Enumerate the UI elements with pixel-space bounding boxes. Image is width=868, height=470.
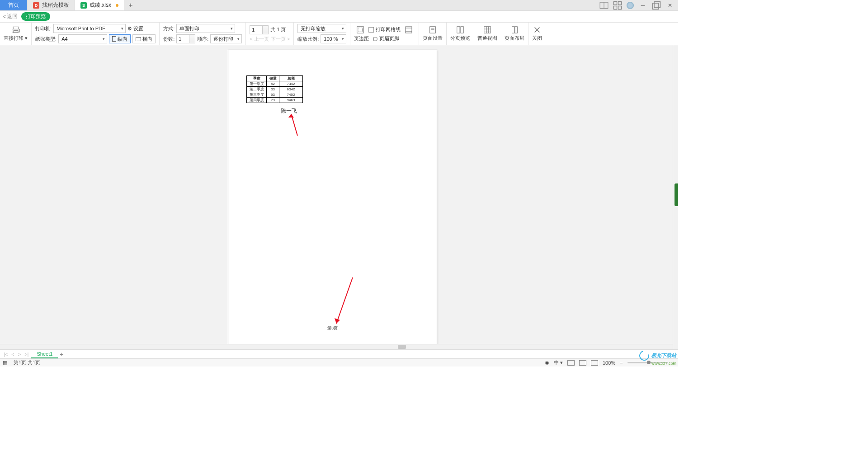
svg-rect-22 [461, 27, 463, 33]
svg-rect-8 [13, 27, 19, 29]
settings-button[interactable]: ⚙ 设置 [127, 25, 143, 32]
header-footer-label[interactable]: ▢ 页眉页脚 [373, 35, 399, 42]
header-footer-icon-button[interactable] [402, 26, 415, 34]
page-status-label: 第1页 共1页 [14, 359, 40, 366]
sheet-last-button[interactable]: >| [24, 352, 29, 357]
reading-layout-icon[interactable] [599, 1, 609, 9]
preview-title-badge: 打印预览 [21, 12, 50, 21]
svg-rect-7 [654, 1, 660, 7]
annotation-arrow-1 [285, 108, 303, 141]
tab-add-button[interactable]: + [124, 0, 137, 10]
gridlines-label: 打印网格线 [376, 26, 401, 33]
svg-marker-33 [288, 114, 294, 118]
titlebar-controls: ─ ✕ [599, 0, 678, 10]
horizontal-scrollbar[interactable] [0, 344, 673, 349]
tab-template[interactable]: D 找稻壳模板 [28, 0, 75, 10]
watermark-logo-icon [637, 349, 651, 362]
eye-icon[interactable]: ◉ [545, 360, 549, 366]
annotation-arrow-2 [330, 276, 357, 331]
svg-rect-2 [613, 1, 617, 5]
svg-rect-11 [113, 37, 116, 42]
daoke-icon: D [33, 2, 39, 9]
view-pagebreak-icon[interactable] [579, 360, 586, 366]
gridlines-checkbox[interactable] [368, 27, 374, 33]
paper-select[interactable]: A4 [58, 34, 107, 43]
svg-rect-4 [613, 6, 617, 9]
svg-rect-23 [484, 27, 491, 33]
view-normal-icon[interactable] [567, 360, 575, 366]
zoom-out-button[interactable]: − [620, 360, 623, 366]
page-layout-button[interactable]: 页面布局 [501, 23, 528, 45]
svg-rect-21 [457, 27, 460, 33]
close-preview-button[interactable]: 关闭 [528, 23, 546, 45]
page-input[interactable]: 1 [250, 25, 269, 34]
zoom-value-label: 100% [603, 360, 615, 366]
zoom-select[interactable]: 100 % [321, 34, 346, 43]
svg-rect-6 [653, 3, 659, 9]
svg-rect-28 [512, 27, 514, 33]
landscape-button[interactable]: 横向 [132, 34, 156, 43]
print-toolbar: 直接打印 ▾ 打印机: Microsoft Print to PDF ⚙ 设置 … [0, 23, 678, 45]
preview-canvas: 季度销量总额 第一季度527342 第二季度336342 第三季度537452 … [0, 45, 673, 349]
add-sheet-button[interactable]: + [60, 351, 63, 358]
sheet-prev-button[interactable]: < [10, 352, 15, 357]
printer-group: 打印机: Microsoft Print to PDF ⚙ 设置 纸张类型: A… [32, 23, 160, 45]
page-nav-group: 1 共 1 页 < 上一页 下一页 > [246, 23, 294, 45]
svg-rect-10 [14, 31, 18, 33]
grid-icon[interactable] [613, 1, 622, 9]
margins-label: 页边距 [354, 35, 371, 42]
sheet-next-button[interactable]: > [17, 352, 22, 357]
print-mode-select[interactable]: 单面打印 [176, 24, 235, 33]
svg-rect-29 [515, 27, 517, 33]
user-avatar-icon[interactable] [627, 2, 634, 9]
preview-header: < 返回 打印预览 [0, 11, 678, 23]
unsaved-dot-icon [116, 4, 118, 7]
svg-marker-35 [335, 318, 340, 324]
total-pages-label: 共 1 页 [270, 26, 286, 33]
tab-home[interactable]: 首页 [0, 0, 28, 10]
back-button[interactable]: < 返回 [3, 13, 18, 20]
page-break-preview-button[interactable]: 分页预览 [447, 23, 474, 45]
svg-line-34 [336, 277, 353, 324]
margins-button[interactable] [354, 26, 367, 34]
minimize-button[interactable]: ─ [638, 1, 647, 9]
svg-rect-5 [618, 6, 621, 9]
spreadsheet-icon: S [80, 2, 87, 9]
scale-group: 无打印缩放 缩放比例: 100 % [294, 23, 350, 45]
view-layout-icon[interactable] [591, 360, 598, 366]
lang-indicator[interactable]: 中 ▾ [554, 359, 563, 366]
close-window-button[interactable]: ✕ [665, 1, 675, 9]
scale-select[interactable]: 无打印缩放 [297, 24, 346, 33]
portrait-button[interactable]: 纵向 [109, 34, 131, 43]
status-bar: ▦ 第1页 共1页 ◉ 中 ▾ 100% − + [0, 358, 678, 367]
next-page-button[interactable]: 下一页 > [271, 36, 290, 42]
svg-rect-18 [430, 27, 436, 33]
sheet-tab-1[interactable]: Sheet1 [31, 350, 58, 358]
svg-rect-13 [357, 26, 363, 33]
svg-rect-14 [359, 28, 363, 32]
margins-gridlines-group: 打印网格线 页边距 ▢ 页眉页脚 [350, 23, 419, 45]
sheet-first-button[interactable]: |< [3, 352, 9, 357]
print-dialog-icon[interactable]: ▦ [3, 360, 7, 366]
app-tab-bar: 首页 D 找稻壳模板 S 成绩.xlsx + ─ ✕ [0, 0, 678, 11]
copies-input[interactable]: 1 [176, 34, 195, 43]
watermark: 极光下载站 www.xz7.com [639, 351, 676, 366]
collate-select[interactable]: 逐份打印 [210, 34, 242, 43]
svg-rect-3 [618, 1, 621, 5]
printer-select[interactable]: Microsoft Print to PDF [53, 24, 126, 33]
direct-print-button[interactable]: 直接打印 ▾ [0, 23, 32, 45]
sheet-tab-bar: |< < > >| Sheet1 + [0, 349, 678, 358]
maximize-button[interactable] [652, 1, 661, 9]
prev-page-button[interactable]: < 上一页 [250, 36, 269, 42]
tab-file[interactable]: S 成绩.xlsx [75, 0, 124, 10]
svg-rect-12 [136, 37, 141, 41]
svg-rect-15 [406, 27, 412, 33]
copies-group: 方式: 单面打印 份数: 1 顺序: 逐份打印 [160, 23, 246, 45]
normal-view-button[interactable]: 普通视图 [474, 23, 501, 45]
page-setup-button[interactable]: 页面设置 [419, 23, 447, 45]
data-table: 季度销量总额 第一季度527342 第二季度336342 第三季度537452 … [246, 75, 303, 103]
side-panel-handle[interactable] [675, 183, 678, 206]
